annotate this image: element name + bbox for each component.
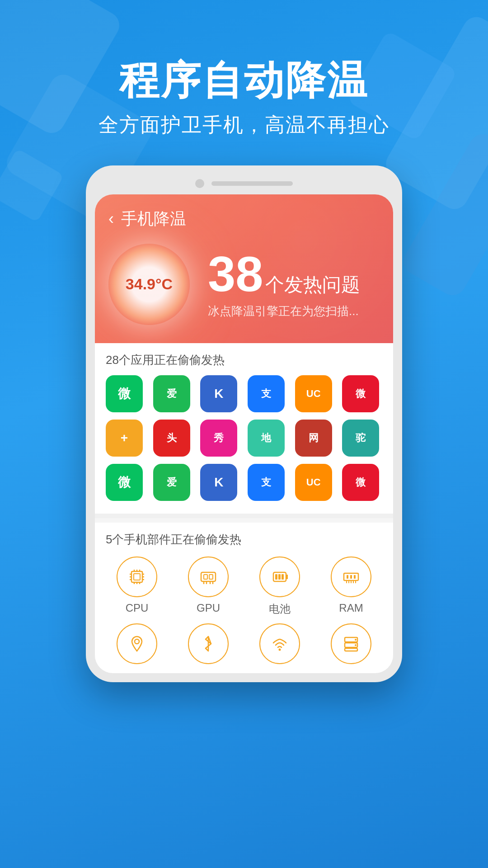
apps-section-title: 28个应用正在偷偷发热 xyxy=(106,352,382,368)
svg-rect-1 xyxy=(134,574,140,580)
list-item[interactable]: 微 xyxy=(342,375,379,412)
cpu-icon xyxy=(126,566,148,588)
component-wifi[interactable] xyxy=(249,623,311,664)
cpu-label: CPU xyxy=(126,602,149,614)
components-title: 5个手机部件正在偷偷发热 xyxy=(106,532,382,547)
battery-icon-circle xyxy=(259,557,300,597)
svg-rect-0 xyxy=(131,571,142,582)
phone-mockup: ‹ 手机降温 34.9°C 38 个发热问题 冰点降温引擎正在为您扫描... xyxy=(0,165,488,682)
components-section: 5个手机部件正在偷偷发热 xyxy=(95,523,393,673)
battery-icon xyxy=(269,566,291,588)
header-subtitle: 全方面护卫手机，高温不再担心 xyxy=(0,112,488,138)
issues-count-row: 38 个发热问题 xyxy=(208,249,380,299)
battery-label: 电池 xyxy=(269,602,291,616)
svg-rect-27 xyxy=(347,575,348,579)
component-grid-row1: CPU xyxy=(106,557,382,616)
list-item[interactable]: 爱 xyxy=(153,464,190,501)
list-item[interactable]: 秀 xyxy=(200,420,237,457)
list-item[interactable]: 微 xyxy=(106,375,143,412)
phone-frame: ‹ 手机降温 34.9°C 38 个发热问题 冰点降温引擎正在为您扫描... xyxy=(86,165,402,682)
list-item[interactable]: K xyxy=(200,464,237,501)
list-item[interactable]: UC xyxy=(295,375,332,412)
header-title: 程序自动降温 xyxy=(0,59,488,103)
list-item[interactable]: 头 xyxy=(153,420,190,457)
ram-icon-circle xyxy=(331,557,371,597)
component-grid-row2 xyxy=(106,623,382,664)
gpu-icon xyxy=(197,566,219,588)
svg-point-36 xyxy=(279,648,281,651)
svg-point-41 xyxy=(355,644,357,646)
svg-rect-14 xyxy=(201,572,216,581)
header-section: 程序自动降温 全方面护卫手机，高温不再担心 xyxy=(0,0,488,138)
location-icon xyxy=(126,633,148,655)
wifi-icon xyxy=(269,633,291,655)
storage-icon-circle xyxy=(331,623,371,664)
bluetooth-icon xyxy=(197,633,219,655)
issues-description: 冰点降温引擎正在为您扫描... xyxy=(208,303,380,319)
component-battery[interactable]: 电池 xyxy=(249,557,311,616)
list-item[interactable]: + xyxy=(106,420,143,457)
list-item[interactable]: 支 xyxy=(248,375,285,412)
component-location[interactable] xyxy=(106,623,168,664)
bluetooth-icon-circle xyxy=(188,623,229,664)
list-item[interactable]: 爱 xyxy=(153,375,190,412)
list-item[interactable]: K xyxy=(200,375,237,412)
svg-rect-16 xyxy=(209,575,213,579)
phone-notch xyxy=(95,175,393,194)
svg-point-35 xyxy=(135,639,139,644)
issues-area: 38 个发热问题 冰点降温引擎正在为您扫描... xyxy=(208,249,380,319)
issues-count: 38 xyxy=(208,246,263,302)
location-icon-circle xyxy=(117,623,157,664)
app-nav: ‹ 手机降温 xyxy=(108,208,380,230)
component-cpu[interactable]: CPU xyxy=(106,557,168,616)
app-grid: 微 爱 K 支 UC 微 + 头 秀 地 网 驼 微 爱 K xyxy=(106,375,382,501)
list-item[interactable]: 驼 xyxy=(342,420,379,457)
svg-rect-39 xyxy=(345,648,357,651)
list-item[interactable]: 支 xyxy=(248,464,285,501)
svg-rect-23 xyxy=(275,574,277,580)
svg-rect-24 xyxy=(278,574,281,580)
list-item[interactable]: 地 xyxy=(248,420,285,457)
gpu-icon-circle xyxy=(188,557,229,597)
svg-point-40 xyxy=(355,639,357,641)
phone-camera xyxy=(195,179,204,188)
wifi-icon-circle xyxy=(259,623,300,664)
ram-label: RAM xyxy=(339,602,363,614)
temperature-value: 34.9°C xyxy=(126,275,173,293)
app-content-row: 34.9°C 38 个发热问题 冰点降温引擎正在为您扫描... xyxy=(108,244,380,325)
svg-rect-25 xyxy=(282,574,284,580)
back-button[interactable]: ‹ xyxy=(108,209,114,228)
issues-label: 个发热问题 xyxy=(265,274,360,295)
gpu-label: GPU xyxy=(197,602,220,614)
storage-icon xyxy=(340,633,362,655)
phone-speaker xyxy=(211,181,293,186)
phone-screen: ‹ 手机降温 34.9°C 38 个发热问题 冰点降温引擎正在为您扫描... xyxy=(95,194,393,673)
list-item[interactable]: UC xyxy=(295,464,332,501)
cpu-icon-circle xyxy=(117,557,157,597)
list-item[interactable]: 微 xyxy=(342,464,379,501)
temperature-circle: 34.9°C xyxy=(108,244,190,325)
svg-rect-29 xyxy=(354,575,356,579)
component-storage[interactable] xyxy=(320,623,382,664)
component-gpu[interactable]: GPU xyxy=(177,557,239,616)
app-nav-title: 手机降温 xyxy=(121,208,186,230)
component-ram[interactable]: RAM xyxy=(320,557,382,616)
svg-rect-28 xyxy=(350,575,352,579)
section-separator xyxy=(95,514,393,518)
list-item[interactable]: 网 xyxy=(295,420,332,457)
apps-section: 28个应用正在偷偷发热 微 爱 K 支 UC 微 + 头 秀 地 网 驼 xyxy=(95,343,393,514)
svg-rect-15 xyxy=(204,575,207,579)
ram-icon xyxy=(340,566,362,588)
app-header: ‹ 手机降温 34.9°C 38 个发热问题 冰点降温引擎正在为您扫描... xyxy=(95,194,393,343)
list-item[interactable]: 微 xyxy=(106,464,143,501)
svg-rect-22 xyxy=(286,575,288,579)
component-bluetooth[interactable] xyxy=(177,623,239,664)
